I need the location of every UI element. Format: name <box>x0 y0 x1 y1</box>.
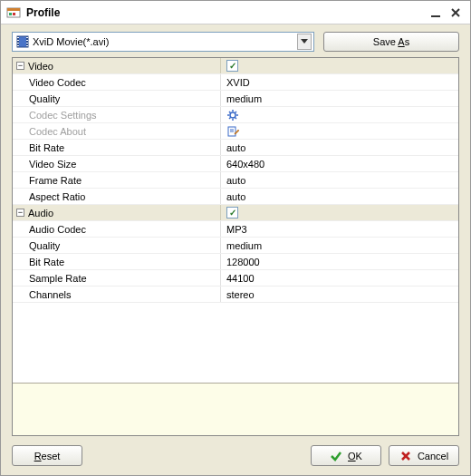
property-value: 128000 <box>226 257 260 267</box>
property-row[interactable]: Frame Rateauto <box>13 172 458 189</box>
save-as-button[interactable]: Save As <box>323 32 459 52</box>
property-row[interactable]: Qualitymedium <box>13 91 458 107</box>
svg-line-24 <box>229 112 231 113</box>
property-row[interactable]: Sample Rate44100 <box>13 270 458 287</box>
property-label: Codec Settings <box>29 110 97 121</box>
property-row[interactable]: Audio CodecMP3 <box>13 221 458 238</box>
property-value: stereo <box>226 289 255 300</box>
footer: Reset OK Cancel <box>1 436 470 475</box>
property-label: Video Codec <box>29 77 86 88</box>
group-checkbox[interactable]: ✓ <box>226 60 238 72</box>
reset-label: Reset <box>34 451 61 461</box>
svg-rect-11 <box>17 40 19 41</box>
svg-rect-4 <box>431 15 440 17</box>
group-header[interactable]: −Audio✓ <box>13 205 458 221</box>
profile-combo[interactable]: XviD Movie(*.avi) <box>12 32 314 52</box>
property-label: Frame Rate <box>29 175 82 186</box>
property-label: Video Size <box>29 159 76 170</box>
svg-rect-3 <box>13 13 15 15</box>
property-row[interactable]: Video CodecXVID <box>13 74 458 91</box>
property-label: Sample Rate <box>29 273 87 284</box>
property-value: MP3 <box>226 224 247 235</box>
save-as-label: Save As <box>373 36 409 47</box>
gear-icon[interactable] <box>226 109 239 121</box>
close-button[interactable] <box>447 5 465 21</box>
svg-rect-15 <box>26 40 28 41</box>
chevron-down-icon[interactable] <box>297 34 312 50</box>
property-row[interactable]: Bit Rate128000 <box>13 254 458 270</box>
property-label: Aspect Ratio <box>29 191 85 202</box>
reset-button[interactable]: Reset <box>12 445 82 466</box>
property-grid: −Video✓Video CodecXVIDQualitymediumCodec… <box>12 57 459 436</box>
svg-line-25 <box>236 117 237 119</box>
property-row[interactable]: Aspect Ratioauto <box>13 189 458 205</box>
property-value: medium <box>226 93 262 104</box>
group-checkbox[interactable]: ✓ <box>226 207 238 219</box>
property-row[interactable]: Codec Settings <box>13 107 458 123</box>
svg-rect-2 <box>9 13 12 15</box>
toolbar: XviD Movie(*.avi) Save As <box>1 24 470 57</box>
group-label: Audio <box>28 208 53 219</box>
property-row[interactable]: Channelsstereo <box>13 287 458 303</box>
app-icon <box>6 5 21 20</box>
svg-marker-18 <box>301 39 308 44</box>
property-grid-body[interactable]: −Video✓Video CodecXVIDQualitymediumCodec… <box>13 58 458 383</box>
profile-combo-text: XviD Movie(*.avi) <box>33 36 297 47</box>
property-row[interactable]: Codec About <box>13 123 458 140</box>
minimize-button[interactable] <box>427 5 445 21</box>
svg-line-27 <box>236 112 237 113</box>
property-value: auto <box>226 142 245 153</box>
description-panel <box>13 383 458 435</box>
profile-window: Profile XviD Movie(*.avi) <box>0 0 471 476</box>
window-title: Profile <box>26 6 425 19</box>
cancel-button[interactable]: Cancel <box>389 445 459 466</box>
property-label: Quality <box>29 240 60 251</box>
property-value: 44100 <box>226 273 255 284</box>
group-header[interactable]: −Video✓ <box>13 58 458 74</box>
property-label: Audio Codec <box>29 224 86 235</box>
svg-line-26 <box>229 117 231 119</box>
property-label: Channels <box>29 289 71 300</box>
property-row[interactable]: Video Size640x480 <box>13 156 458 172</box>
titlebar: Profile <box>1 1 470 24</box>
edit-icon[interactable] <box>226 125 239 138</box>
property-label: Codec About <box>29 126 86 137</box>
property-value: auto <box>226 191 245 202</box>
property-value: 640x480 <box>226 159 264 170</box>
x-icon <box>399 450 412 462</box>
cancel-label: Cancel <box>418 451 448 461</box>
property-value: medium <box>226 240 262 251</box>
check-icon <box>330 450 342 462</box>
svg-rect-10 <box>17 37 19 38</box>
group-label: Video <box>28 61 53 72</box>
property-label: Bit Rate <box>29 142 64 153</box>
svg-rect-1 <box>7 8 20 11</box>
property-value: auto <box>226 175 245 186</box>
ok-label: OK <box>348 451 362 461</box>
svg-rect-12 <box>17 43 19 44</box>
svg-rect-16 <box>26 43 28 44</box>
collapse-icon[interactable]: − <box>16 62 24 70</box>
property-label: Quality <box>29 93 60 104</box>
svg-point-19 <box>230 112 236 118</box>
property-row[interactable]: Bit Rateauto <box>13 140 458 156</box>
svg-rect-17 <box>26 45 28 46</box>
ok-button[interactable]: OK <box>311 445 381 466</box>
collapse-icon[interactable]: − <box>16 209 24 217</box>
svg-rect-13 <box>17 45 19 46</box>
film-icon <box>16 35 29 48</box>
property-row[interactable]: Qualitymedium <box>13 238 458 254</box>
property-label: Bit Rate <box>29 257 64 267</box>
property-value: XVID <box>226 77 250 88</box>
svg-rect-14 <box>26 37 28 38</box>
